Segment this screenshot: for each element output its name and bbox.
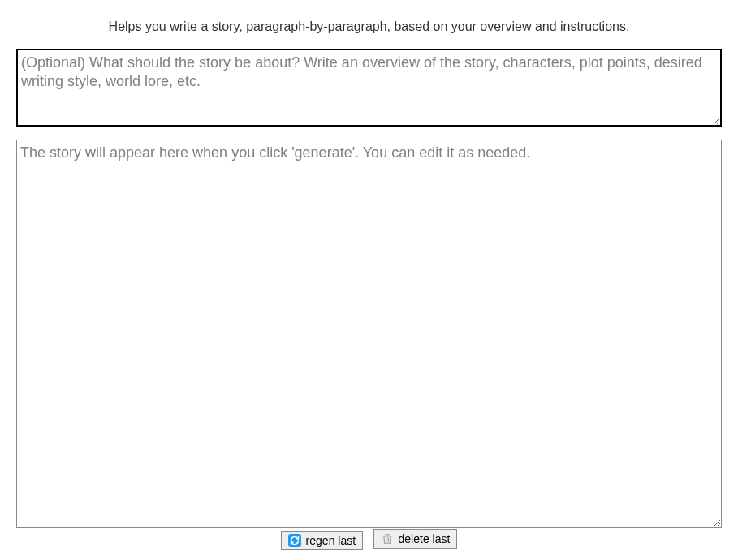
button-row: regen last delete last [16, 529, 722, 550]
delete-last-button[interactable]: delete last [373, 529, 458, 549]
overview-textarea[interactable] [16, 49, 722, 127]
regen-icon [288, 534, 301, 547]
description-text: Helps you write a story, paragraph-by-pa… [16, 19, 722, 34]
regen-last-label: regen last [306, 534, 356, 547]
delete-last-label: delete last [399, 532, 451, 545]
story-textarea[interactable] [16, 140, 722, 528]
regen-last-button[interactable]: regen last [281, 531, 363, 550]
trash-icon [381, 532, 394, 545]
